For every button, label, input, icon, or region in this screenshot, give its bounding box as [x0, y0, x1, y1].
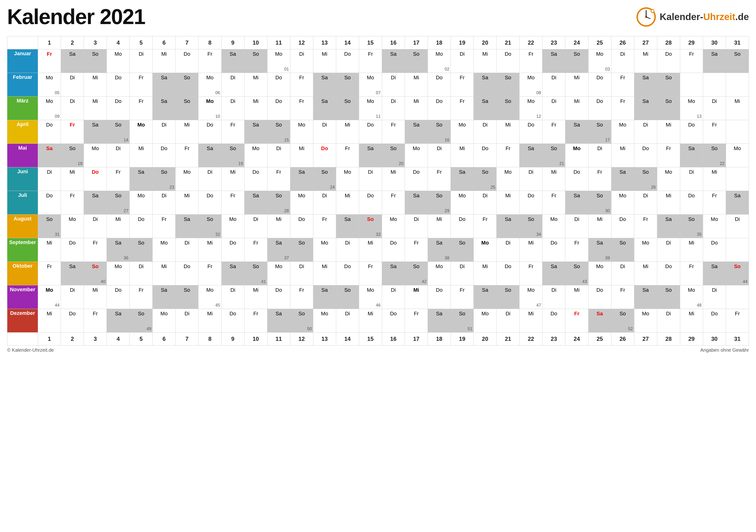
day-abbr-juni-10: Do — [245, 168, 267, 176]
day-abbr-april-25: So — [588, 121, 611, 129]
day-cell-februar-18: Do — [428, 73, 451, 96]
day-cell-august-24: Di — [565, 215, 588, 238]
month-col-header — [7, 36, 38, 49]
month-row-april: AprilDoFrSaSo14MoDiMiDoFrSaSo15MoDiMiDoF… — [7, 120, 749, 144]
day-abbr-september-8: Mi — [199, 239, 221, 247]
foot-day-4: 4 — [107, 333, 130, 345]
day-abbr-juni-14: Mo — [336, 168, 359, 176]
day-cell-dezember-1: Mi — [38, 309, 61, 333]
day-cell-november-15: Mo46 — [359, 285, 382, 309]
day-cell-dezember-20: Mo — [474, 309, 497, 333]
day-abbr-august-25: Mi — [588, 216, 611, 223]
day-abbr-april-14: Mi — [336, 121, 359, 129]
day-cell-april-5: Mo — [130, 120, 153, 144]
day-abbr-oktober-12: Di — [290, 263, 313, 270]
day-cell-dezember-31: Fr — [726, 309, 749, 333]
day-abbr-september-28: Di — [657, 239, 680, 247]
day-cell-januar-20: Mi — [474, 49, 497, 73]
day-abbr-märz-29: Mo — [680, 98, 703, 105]
day-cell-märz-30: Di — [703, 96, 726, 120]
day-abbr-dezember-28: Di — [657, 310, 680, 317]
day-abbr-oktober-16: Sa — [382, 263, 405, 270]
day-abbr-april-12: Mo — [290, 121, 313, 129]
foot-day-1: 1 — [38, 333, 61, 345]
day-cell-januar-1: Fr — [38, 49, 61, 73]
day-cell-november-8: Mo45 — [199, 285, 221, 309]
day-abbr-november-17: Mi — [405, 287, 428, 294]
day-abbr-november-21: So — [497, 287, 519, 294]
day-cell-september-20: Mo — [474, 238, 497, 262]
day-cell-september-19: So — [451, 238, 474, 262]
day-abbr-april-18: So — [428, 121, 450, 129]
month-row-november: NovemberMo44DiMiDoFrSaSoMo45DiMiDoFrSaSo… — [7, 285, 749, 309]
day-cell-mai-27: Do — [634, 144, 657, 167]
day-abbr-märz-23: Di — [542, 98, 565, 105]
day-cell-februar-23: Di — [542, 73, 565, 96]
day-cell-juni-7: Mo — [176, 167, 199, 191]
day-abbr-september-14: Di — [336, 239, 359, 247]
day-abbr-dezember-30: Do — [703, 310, 726, 317]
day-abbr-juni-29: Di — [680, 168, 703, 176]
day-cell-juli-1: Do — [38, 191, 61, 215]
day-abbr-november-1: Mo — [38, 287, 61, 294]
day-cell-dezember-3: Fr — [84, 309, 107, 333]
day-cell-märz-17: Mi — [405, 96, 428, 120]
day-cell-september-18: Sa38 — [428, 238, 451, 262]
day-abbr-juli-5: Mo — [130, 192, 152, 199]
day-abbr-september-27: Mo — [634, 239, 657, 247]
day-cell-januar-23: Sa — [542, 49, 565, 73]
day-abbr-februar-2: Di — [61, 74, 84, 82]
day-cell-juni-19: Sa — [451, 167, 474, 191]
day-abbr-september-16: Do — [382, 239, 405, 247]
month-row-märz: MärzMo09DiMiDoFrSaSoMo10DiMiDoFrSaSoMo11… — [7, 96, 749, 120]
day-abbr-januar-7: Do — [176, 51, 198, 58]
page-title: Kalender 2021 — [7, 5, 145, 29]
day-col-5: 5 — [130, 36, 153, 49]
day-cell-november-4: Do — [107, 285, 130, 309]
day-cell-august-8: So32 — [199, 215, 221, 238]
foot-day-14: 14 — [336, 333, 359, 345]
day-cell-juli-30: Fr — [703, 191, 726, 215]
week-num-april-4: 14 — [123, 138, 128, 142]
day-abbr-august-29: So — [680, 216, 703, 223]
day-abbr-juni-5: Sa — [130, 168, 152, 176]
day-cell-juli-27: Di — [634, 191, 657, 215]
day-abbr-februar-25: Do — [588, 74, 611, 82]
day-cell-dezember-16: Do — [382, 309, 405, 333]
day-abbr-november-28: So — [657, 287, 680, 294]
day-abbr-april-16: Fr — [382, 121, 405, 129]
foot-day-19: 19 — [451, 333, 474, 345]
day-cell-november-23: Di — [542, 285, 565, 309]
day-abbr-dezember-8: Mi — [199, 310, 221, 317]
day-cell-september-2: Do — [61, 238, 84, 262]
day-abbr-november-24: Mi — [565, 287, 588, 294]
day-abbr-märz-16: Di — [382, 98, 405, 105]
day-cell-september-1: Mi — [38, 238, 61, 262]
week-num-oktober-24: 43 — [582, 279, 587, 284]
day-col-1: 1 — [38, 36, 61, 49]
day-abbr-juni-1: Di — [38, 168, 61, 176]
week-num-september-25: 39 — [605, 256, 610, 261]
day-abbr-august-11: Mi — [267, 216, 290, 223]
day-abbr-september-13: Mo — [313, 239, 336, 247]
day-cell-april-20: Di — [474, 120, 497, 144]
day-abbr-november-14: So — [336, 287, 359, 294]
week-num-juni-6: 23 — [169, 185, 174, 190]
day-cell-juni-17: Do — [405, 167, 428, 191]
day-cell-august-6: Fr — [153, 215, 176, 238]
day-abbr-oktober-21: Do — [497, 263, 519, 270]
day-abbr-april-4: So — [107, 121, 129, 129]
column-header-row: 1 2 3 4 5 6 7 8 9 10 11 12 13 14 15 16 1… — [7, 36, 749, 49]
day-cell-juni-30: Mi — [703, 167, 726, 191]
day-cell-januar-19: Di — [451, 49, 474, 73]
month-label-märz: März — [7, 96, 38, 120]
day-cell-dezember-2: Do — [61, 309, 84, 333]
day-cell-juli-29: Do — [680, 191, 703, 215]
day-cell-dezember-22: Mi — [520, 309, 542, 333]
day-cell-november-10: Mi — [244, 285, 267, 309]
day-cell-november-9: Di — [221, 285, 244, 309]
day-cell-januar-26: Di — [611, 49, 634, 73]
day-cell-juni-13: So24 — [313, 167, 336, 191]
day-cell-dezember-24: Fr — [565, 309, 588, 333]
foot-day-10: 10 — [244, 333, 267, 345]
